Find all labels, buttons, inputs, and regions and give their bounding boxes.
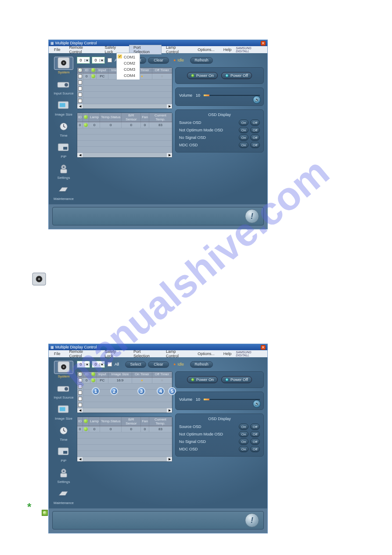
row-checkbox[interactable] xyxy=(78,99,82,103)
row-checkbox[interactable] xyxy=(78,391,82,395)
all-label: All xyxy=(115,362,119,366)
speaker-icon[interactable]: 🔊 xyxy=(253,400,261,408)
menu-safety-lock[interactable]: Safety Lock xyxy=(100,349,129,359)
mdc-osd-off[interactable]: Off xyxy=(250,446,260,452)
svg-point-19 xyxy=(63,366,65,368)
port-com4[interactable]: COM4 xyxy=(117,73,140,79)
menu-lamp-control[interactable]: Lamp Control xyxy=(162,45,193,54)
notoptimum-osd-on[interactable]: On xyxy=(239,127,248,133)
port-com2[interactable]: COM2 xyxy=(117,60,140,66)
power-on-button[interactable]: Power On xyxy=(187,376,218,383)
notoptimum-osd-off[interactable]: Off xyxy=(250,127,260,133)
power-off-button[interactable]: Power Off xyxy=(221,376,252,383)
menu-remote-control[interactable]: Remote Control xyxy=(65,349,101,359)
clear-button[interactable]: Clear xyxy=(148,57,169,64)
sidebar-item-input-source[interactable]: Input Source xyxy=(54,78,73,95)
nosignal-osd-on[interactable]: On xyxy=(239,134,248,141)
header-checkbox[interactable] xyxy=(78,68,82,72)
col-on-timer: On Timer xyxy=(132,372,152,377)
notoptimum-osd-on[interactable]: On xyxy=(239,431,248,437)
menu-file[interactable]: File xyxy=(50,351,65,356)
power-off-button[interactable]: Power Off xyxy=(221,72,252,79)
row-checkbox[interactable] xyxy=(78,378,82,382)
row-checkbox[interactable] xyxy=(78,93,82,97)
horizontal-scrollbar[interactable]: ◀▶ xyxy=(77,408,172,413)
menu-options[interactable]: Options... xyxy=(193,47,219,52)
source-osd-on[interactable]: On xyxy=(239,120,248,126)
horizontal-scrollbar[interactable]: ◀▶ xyxy=(77,457,172,461)
mdc-osd-off[interactable]: Off xyxy=(250,142,260,148)
chevron-down-icon: ▼ xyxy=(99,59,104,62)
sidebar-item-pip[interactable]: PIP xyxy=(54,141,73,159)
table-row[interactable]: 0 PC 16:9 ● ○ xyxy=(77,377,172,383)
all-checkbox[interactable] xyxy=(108,58,112,62)
notoptimum-osd-off[interactable]: Off xyxy=(250,431,260,437)
volume-slider[interactable] xyxy=(204,95,260,96)
row-checkbox[interactable] xyxy=(78,87,82,91)
table-row[interactable]: 0 0 0 0 0 83 xyxy=(77,426,172,432)
sidebar-item-pip[interactable]: PIP xyxy=(54,445,73,463)
menu-lamp-control[interactable]: Lamp Control xyxy=(162,349,193,359)
row-checkbox[interactable] xyxy=(78,403,82,407)
sidebar-item-time[interactable]: Time xyxy=(54,120,73,138)
mdc-osd-on[interactable]: On xyxy=(239,446,248,452)
on-timer-dot: ● xyxy=(141,74,143,78)
range-end-select[interactable]: 0▼ xyxy=(92,57,105,64)
on-timer-dot: ● xyxy=(141,378,143,382)
sidebar-item-maintenance[interactable]: Maintenance xyxy=(54,487,74,505)
info-icon[interactable]: ! xyxy=(245,209,259,223)
sidebar-item-settings[interactable]: Settings xyxy=(54,162,73,180)
row-checkbox[interactable] xyxy=(78,74,82,78)
speaker-icon[interactable]: 🔊 xyxy=(253,96,261,104)
image-size-icon xyxy=(57,101,70,110)
menu-remote-control[interactable]: Remote Control xyxy=(65,45,101,54)
port-com3[interactable]: COM3 xyxy=(117,66,140,73)
port-com1[interactable]: COM1 xyxy=(117,54,140,60)
select-button[interactable]: Select xyxy=(125,361,146,368)
source-osd-off[interactable]: Off xyxy=(250,424,260,430)
sidebar-item-maintenance[interactable]: Maintenance xyxy=(54,183,74,201)
menu-help[interactable]: Help xyxy=(219,351,236,356)
mdc-osd-on[interactable]: On xyxy=(239,142,248,148)
clear-button[interactable]: Clear xyxy=(148,361,169,368)
info-icon[interactable]: ! xyxy=(245,513,259,527)
range-start-select[interactable]: 0▼ xyxy=(77,57,90,64)
sidebar-item-system[interactable]: System xyxy=(54,361,73,378)
menu-options[interactable]: Options... xyxy=(193,351,219,356)
nosignal-osd-off[interactable]: Off xyxy=(250,134,260,141)
sidebar-item-input-source[interactable]: Input Source xyxy=(54,382,73,399)
menu-port-selection[interactable]: Port Selection xyxy=(129,349,162,359)
nosignal-osd-on[interactable]: On xyxy=(239,439,248,445)
volume-slider[interactable] xyxy=(204,399,260,400)
header-checkbox[interactable] xyxy=(78,372,82,376)
sidebar-item-settings[interactable]: Settings xyxy=(54,466,73,484)
cell-id2: 0 xyxy=(77,122,83,128)
menu-file[interactable]: File xyxy=(50,47,65,52)
sidebar-item-system[interactable]: System xyxy=(54,57,73,74)
menu-help[interactable]: Help xyxy=(219,47,236,52)
idle-status: Idle xyxy=(173,58,184,62)
refresh-button[interactable]: Refresh xyxy=(190,361,213,368)
svg-point-29 xyxy=(63,471,65,472)
row-checkbox[interactable] xyxy=(78,80,82,84)
range-end-select[interactable]: 0▼ xyxy=(92,361,105,368)
table-row[interactable]: 0 0 0 0 0 83 xyxy=(77,122,172,128)
sidebar-item-time[interactable]: Time xyxy=(54,424,73,442)
sidebar-item-image-size[interactable]: Image Size xyxy=(54,403,73,421)
horizontal-scrollbar[interactable]: ◀▶ xyxy=(77,153,172,157)
horizontal-scrollbar[interactable]: ◀▶ xyxy=(77,104,172,109)
nosignal-osd-off[interactable]: Off xyxy=(250,439,260,445)
cell-lamp: 0 xyxy=(89,122,100,128)
range-start-select[interactable]: 0▼ xyxy=(77,361,90,368)
power-on-button[interactable]: Power On xyxy=(187,72,218,79)
all-checkbox[interactable] xyxy=(108,362,112,366)
close-icon[interactable]: ✕ xyxy=(261,41,266,46)
sidebar-item-image-size[interactable]: Image Size xyxy=(54,99,73,116)
source-osd-off[interactable]: Off xyxy=(250,120,260,126)
close-icon[interactable]: ✕ xyxy=(261,345,266,350)
row-checkbox[interactable] xyxy=(78,385,82,388)
refresh-button[interactable]: Refresh xyxy=(190,57,213,64)
col-tempstatus: Temp.Status xyxy=(100,113,122,122)
row-checkbox[interactable] xyxy=(78,397,82,401)
source-osd-on[interactable]: On xyxy=(239,424,248,430)
